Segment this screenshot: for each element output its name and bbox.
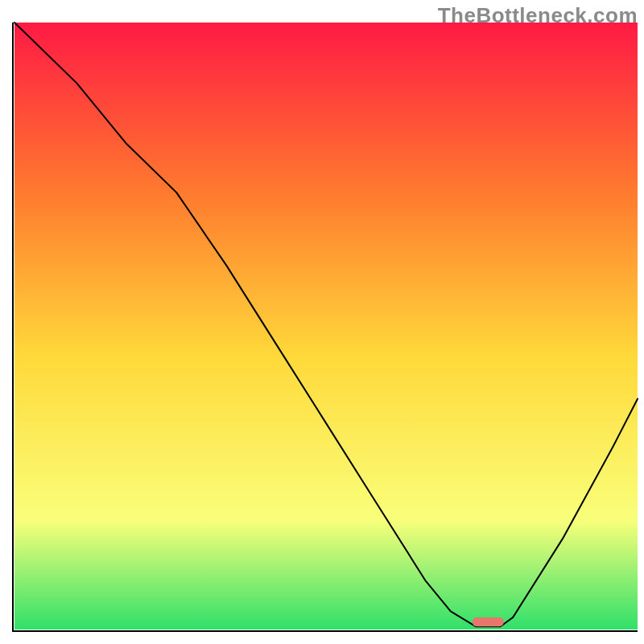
bottleneck-chart — [0, 0, 644, 644]
optimal-marker — [473, 617, 504, 626]
plot-background — [14, 23, 638, 630]
chart-frame: TheBottleneck.com — [0, 0, 644, 644]
